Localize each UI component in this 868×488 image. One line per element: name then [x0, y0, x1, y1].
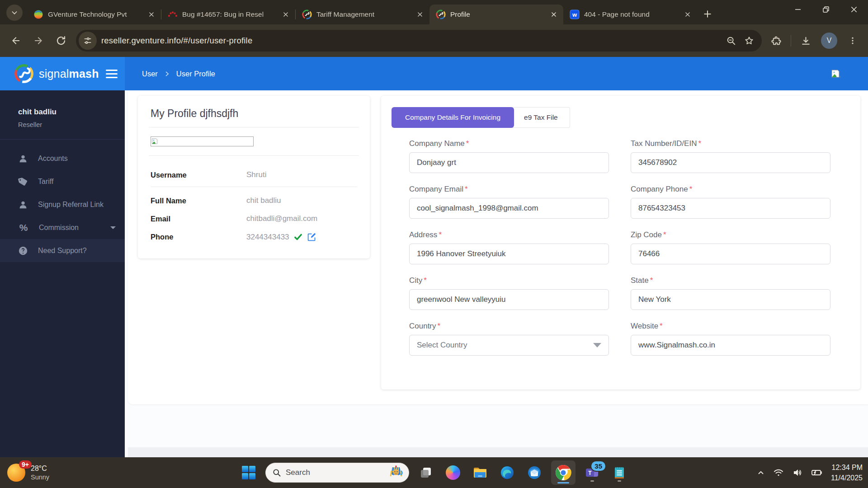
company-details-card: Company Details For Invoicing e9 Tax Fil…: [381, 96, 860, 389]
address-input[interactable]: [409, 244, 609, 264]
wifi-icon[interactable]: [773, 467, 784, 478]
teams-icon[interactable]: T 35: [582, 462, 603, 483]
zoom-indicator-icon[interactable]: [722, 32, 740, 50]
sidebar-item-label: Signup Referral Link: [38, 201, 104, 209]
main-content: My Profile djfhsdjfh Username Shruti Ful…: [125, 90, 868, 457]
new-tab-button[interactable]: [700, 6, 715, 22]
copilot-icon[interactable]: [443, 462, 463, 483]
company-phone-input[interactable]: [631, 198, 830, 219]
broken-image-icon[interactable]: [831, 68, 842, 79]
menu-kebab-icon[interactable]: [843, 31, 863, 51]
extensions-icon[interactable]: [766, 31, 786, 51]
signalmash-icon: [436, 9, 446, 19]
signalmash-icon: [302, 9, 312, 19]
restore-button[interactable]: [812, 0, 840, 19]
taskbar-search[interactable]: Search: [265, 463, 409, 483]
breadcrumb-current: User Profile: [176, 70, 215, 78]
tab-tariff-management[interactable]: Tariff Management: [296, 5, 429, 24]
company-name-input[interactable]: [409, 152, 609, 173]
city-input[interactable]: [409, 289, 609, 310]
bottom-strip: [128, 447, 868, 457]
tab-title: Bug #14657: Bug in Resel: [182, 10, 276, 19]
tab-title: Tariff Management: [316, 10, 410, 19]
svg-text:w: w: [572, 11, 577, 18]
url-bar[interactable]: reseller.gventure.info/#/user/user-profi…: [76, 30, 762, 52]
profile-photo-broken-image[interactable]: [151, 136, 254, 146]
zip-code-input[interactable]: [631, 244, 830, 264]
sidebar-item-tariff[interactable]: Tariff: [0, 170, 125, 193]
back-button[interactable]: [5, 30, 26, 51]
teams-notification-badge: 35: [590, 460, 606, 472]
tab-close-icon[interactable]: [549, 9, 559, 19]
tray-chevron-up-icon[interactable]: [757, 469, 765, 477]
state-input[interactable]: [631, 289, 830, 310]
battery-icon[interactable]: [811, 467, 823, 479]
field-state: State*: [631, 276, 830, 310]
tray-time: 12:34 PM: [831, 462, 863, 473]
website-input[interactable]: [631, 335, 830, 356]
avatar-letter: V: [827, 37, 832, 45]
percent-icon: %: [18, 222, 29, 233]
tab-gventure[interactable]: GVenture Technology Pvt: [27, 5, 161, 24]
tab-search-button[interactable]: [6, 5, 23, 21]
start-button[interactable]: [238, 462, 259, 483]
tab-bug-redmine[interactable]: Bug #14657: Bug in Resel: [161, 5, 295, 24]
gventure-sphere-icon: [33, 9, 43, 19]
sidebar-item-commission[interactable]: % Commission: [0, 216, 125, 239]
tab-close-icon[interactable]: [683, 9, 693, 19]
site-settings-icon[interactable]: [79, 32, 97, 50]
sidebar-item-need-support[interactable]: Need Support?: [0, 239, 125, 262]
volume-icon[interactable]: [792, 467, 803, 478]
sidebar-item-label: Tariff: [38, 178, 53, 186]
downloads-icon[interactable]: [796, 31, 816, 51]
task-view-button[interactable]: [415, 462, 436, 483]
tab-e9-tax-file[interactable]: e9 Tax File: [512, 107, 570, 128]
field-value: 3244343433: [246, 233, 289, 242]
browser-toolbar: reseller.gventure.info/#/user/user-profi…: [0, 24, 868, 57]
tab-profile-active[interactable]: Profile: [429, 5, 563, 24]
tab-404[interactable]: w 404 - Page not found: [563, 5, 697, 24]
field-label: Email: [151, 215, 246, 223]
clock-widget[interactable]: 12:34 PM 11/4/2025: [831, 462, 863, 483]
close-button[interactable]: [840, 0, 868, 19]
field-country: Country* Select Country: [409, 322, 609, 356]
tax-number-input[interactable]: [631, 152, 830, 173]
search-icon: [272, 468, 281, 477]
bookmark-star-icon[interactable]: [740, 32, 758, 50]
field-label: Company Name*: [409, 139, 609, 148]
form-tabs: Company Details For Invoicing e9 Tax Fil…: [392, 107, 570, 128]
url-text[interactable]: reseller.gventure.info/#/user/user-profi…: [101, 36, 722, 46]
sidebar-item-signup-referral[interactable]: Signup Referral Link: [0, 193, 125, 216]
profile-row-phone: Phone 3244343433: [151, 228, 357, 246]
edge-icon[interactable]: [497, 462, 518, 483]
chrome-icon-active[interactable]: [551, 460, 576, 485]
field-company-name: Company Name*: [409, 139, 609, 173]
minimize-button[interactable]: [784, 0, 812, 19]
search-highlight-pharaoh-icon[interactable]: [388, 465, 404, 481]
hamburger-menu-icon[interactable]: [106, 70, 118, 78]
form-fields-grid: Company Name* Tax Number/ID/EIN* Company…: [409, 139, 830, 367]
tab-company-details[interactable]: Company Details For Invoicing: [392, 107, 514, 128]
thunderbird-icon[interactable]: [524, 462, 545, 483]
country-select[interactable]: Select Country: [409, 335, 609, 356]
edit-phone-icon[interactable]: [307, 232, 316, 242]
sidebar-item-accounts[interactable]: Accounts: [0, 147, 125, 170]
forward-button[interactable]: [28, 30, 49, 51]
file-explorer-icon[interactable]: [470, 462, 491, 483]
field-company-phone: Company Phone*: [631, 185, 830, 219]
sidebar-user-name: chit badliu: [18, 108, 125, 117]
caret-down-icon: [110, 226, 116, 229]
browser-profile-avatar[interactable]: V: [821, 33, 837, 49]
tab-close-icon[interactable]: [281, 9, 291, 19]
weather-widget[interactable]: 9+ 28°C Sunny: [7, 457, 49, 488]
reload-button[interactable]: [51, 30, 71, 51]
tray-date: 11/4/2025: [831, 473, 863, 483]
field-tax-number: Tax Number/ID/EIN*: [631, 139, 830, 173]
breadcrumb-parent[interactable]: User: [142, 70, 158, 78]
tab-close-icon[interactable]: [415, 9, 425, 19]
company-email-input[interactable]: [409, 198, 609, 219]
field-label: Zip Code*: [631, 230, 830, 239]
tab-close-icon[interactable]: [146, 9, 156, 19]
notepad-icon[interactable]: [609, 462, 630, 483]
breadcrumb: User User Profile: [142, 57, 215, 90]
